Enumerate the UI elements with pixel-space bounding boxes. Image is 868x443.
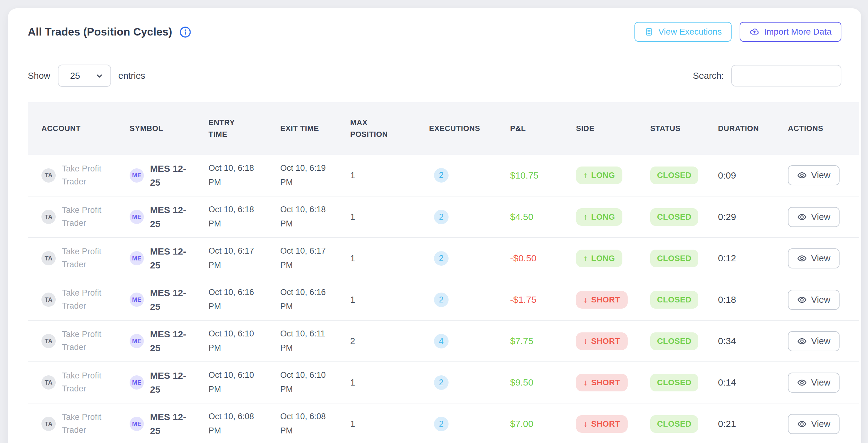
- max-position: 1: [350, 170, 355, 180]
- view-button[interactable]: View: [788, 373, 840, 393]
- executions-badge: 2: [434, 293, 448, 307]
- pnl-value: -$0.50: [510, 253, 536, 263]
- side-arrow-icon: ↓: [583, 336, 588, 346]
- side-badge: ↓ SHORT: [576, 415, 628, 433]
- search-label: Search:: [693, 71, 724, 81]
- symbol-name: MES 12-25: [150, 244, 190, 272]
- entry-time: Oct 10, 6:16 PM: [209, 285, 264, 314]
- entries-select[interactable]: 25: [58, 65, 111, 87]
- max-position: 1: [350, 253, 355, 263]
- view-button-label: View: [811, 419, 830, 429]
- table-row: TA Take Profit Trader ME MES 12-25 Oct 1…: [28, 196, 859, 238]
- view-button-label: View: [811, 377, 830, 388]
- side-label: LONG: [591, 253, 615, 263]
- symbol-name: MES 12-25: [150, 410, 190, 438]
- info-icon[interactable]: [179, 26, 191, 38]
- search-input[interactable]: [731, 65, 841, 87]
- view-button[interactable]: View: [788, 207, 840, 227]
- column-header-duration[interactable]: DURATION: [704, 102, 774, 155]
- account-avatar: TA: [41, 375, 56, 389]
- account-name: Take Profit Trader: [62, 163, 112, 189]
- list-icon: [644, 27, 654, 36]
- max-position: 1: [350, 212, 355, 222]
- account-name: Take Profit Trader: [62, 245, 112, 271]
- view-button[interactable]: View: [788, 414, 840, 434]
- symbol-name: MES 12-25: [150, 327, 190, 355]
- pnl-value: $9.50: [510, 377, 533, 387]
- duration: 0:21: [718, 419, 736, 429]
- account-name: Take Profit Trader: [62, 328, 112, 354]
- view-executions-label: View Executions: [658, 27, 722, 37]
- symbol-avatar: ME: [130, 210, 144, 224]
- executions-badge: 2: [434, 210, 448, 224]
- side-badge: ↑ LONG: [576, 250, 622, 267]
- status-badge: CLOSED: [650, 250, 698, 267]
- view-button[interactable]: View: [788, 290, 840, 310]
- column-header-side[interactable]: SIDE: [562, 102, 637, 155]
- side-arrow-icon: ↓: [583, 419, 588, 429]
- status-badge: CLOSED: [650, 291, 698, 309]
- account-avatar: TA: [41, 334, 56, 348]
- symbol-name: MES 12-25: [150, 369, 190, 396]
- status-badge: CLOSED: [650, 208, 698, 226]
- pnl-value: $7.75: [510, 336, 533, 346]
- symbol-avatar: ME: [130, 334, 144, 348]
- eye-icon: [797, 336, 807, 346]
- view-button[interactable]: View: [788, 331, 840, 351]
- executions-badge: 2: [434, 251, 448, 266]
- column-header-entry-time[interactable]: ENTRY TIME: [195, 102, 267, 155]
- table-row: TA Take Profit Trader ME MES 12-25 Oct 1…: [28, 279, 859, 320]
- view-button-label: View: [811, 212, 830, 222]
- side-label: SHORT: [591, 295, 620, 305]
- duration: 0:29: [718, 212, 736, 222]
- page-title: All Trades (Position Cycles): [28, 26, 172, 38]
- status-badge: CLOSED: [650, 332, 698, 350]
- symbol-avatar: ME: [130, 375, 144, 389]
- column-header-max-position[interactable]: MAX POSITION: [337, 102, 415, 155]
- pnl-value: -$1.75: [510, 295, 536, 305]
- eye-icon: [797, 253, 807, 263]
- max-position: 2: [350, 336, 355, 346]
- exit-time: Oct 10, 6:18 PM: [280, 203, 335, 231]
- account-name: Take Profit Trader: [62, 204, 112, 230]
- symbol-name: MES 12-25: [150, 203, 190, 231]
- trades-card: All Trades (Position Cycles): [8, 8, 861, 443]
- exit-time: Oct 10, 6:10 PM: [280, 368, 335, 397]
- max-position: 1: [350, 419, 355, 429]
- column-header-account[interactable]: ACCOUNT: [28, 102, 116, 155]
- entry-time: Oct 10, 6:10 PM: [209, 327, 264, 355]
- symbol-avatar: ME: [130, 168, 144, 182]
- entries-label: entries: [119, 71, 145, 81]
- table-row: TA Take Profit Trader ME MES 12-25 Oct 1…: [28, 403, 859, 443]
- symbol-avatar: ME: [130, 417, 144, 431]
- eye-icon: [797, 171, 807, 180]
- duration: 0:09: [718, 170, 736, 180]
- exit-time: Oct 10, 6:16 PM: [280, 285, 335, 314]
- side-badge: ↑ LONG: [576, 208, 622, 226]
- view-button[interactable]: View: [788, 165, 840, 185]
- side-label: SHORT: [591, 336, 620, 346]
- account-avatar: TA: [41, 293, 56, 307]
- symbol-avatar: ME: [130, 293, 144, 307]
- view-executions-button[interactable]: View Executions: [634, 22, 732, 42]
- entry-time: Oct 10, 6:18 PM: [209, 203, 264, 231]
- side-label: LONG: [591, 171, 615, 180]
- executions-badge: 2: [434, 375, 448, 390]
- entry-time: Oct 10, 6:08 PM: [209, 410, 264, 438]
- side-label: SHORT: [591, 378, 620, 387]
- table-header-row: ACCOUNT SYMBOL ENTRY TIME EXIT TIME MAX …: [28, 102, 859, 155]
- status-badge: CLOSED: [650, 374, 698, 391]
- column-header-status[interactable]: STATUS: [637, 102, 704, 155]
- side-arrow-icon: ↑: [583, 212, 588, 222]
- view-button[interactable]: View: [788, 248, 840, 268]
- import-more-data-label: Import More Data: [764, 27, 832, 37]
- import-more-data-button[interactable]: Import More Data: [740, 22, 841, 42]
- column-header-symbol[interactable]: SYMBOL: [116, 102, 195, 155]
- column-header-exit-time[interactable]: EXIT TIME: [267, 102, 337, 155]
- side-badge: ↓ SHORT: [576, 291, 628, 309]
- trades-table: ACCOUNT SYMBOL ENTRY TIME EXIT TIME MAX …: [28, 102, 859, 443]
- account-avatar: TA: [41, 168, 56, 182]
- cloud-upload-icon: [749, 27, 760, 37]
- column-header-executions[interactable]: EXECUTIONS: [415, 102, 496, 155]
- column-header-pnl[interactable]: P&L: [496, 102, 562, 155]
